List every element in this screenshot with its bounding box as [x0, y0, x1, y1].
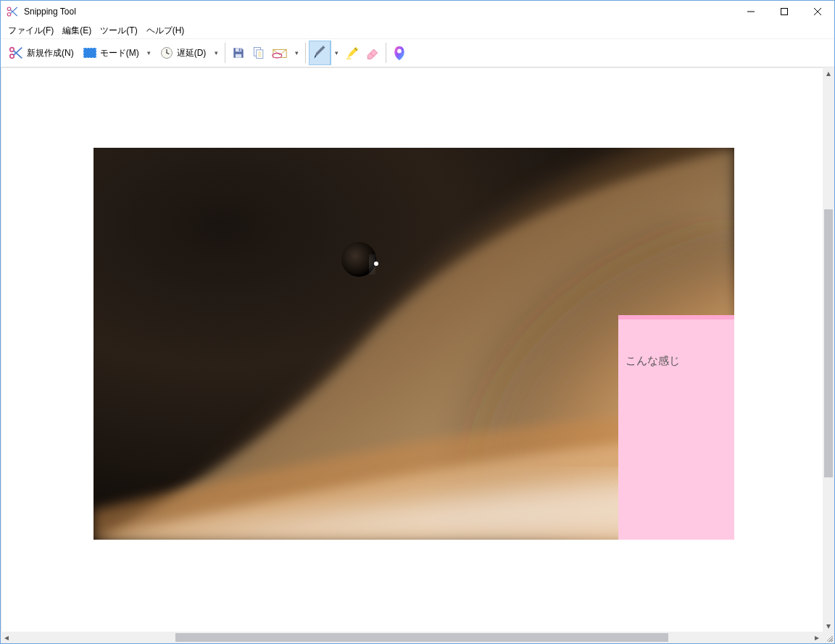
sticky-note-text: こんな感じ — [626, 354, 680, 367]
new-snip-label: 新規作成(N) — [27, 47, 74, 59]
scissors-new-icon — [8, 45, 24, 61]
scroll-left-icon: ◂ — [4, 632, 9, 643]
toolbar-separator — [386, 43, 386, 63]
title-bar: Snipping Tool — [1, 1, 834, 22]
svg-rect-3 — [781, 9, 788, 15]
window-title: Snipping Tool — [24, 7, 76, 17]
delay-dropdown[interactable]: ▾ — [210, 41, 222, 65]
toolbar: 新規作成(N) モード(M) ▾ 遅延(D) ▾ — [1, 38, 834, 67]
scroll-left-button[interactable]: ◂ — [1, 632, 12, 643]
svg-rect-15 — [236, 54, 241, 58]
mail-icon — [272, 46, 288, 59]
horizontal-scroll-track[interactable] — [12, 632, 811, 643]
toolbar-separator — [305, 43, 306, 63]
pen-icon — [312, 46, 327, 60]
scroll-right-button[interactable]: ▸ — [811, 632, 823, 643]
clock-icon — [159, 46, 174, 60]
toolbar-separator — [225, 43, 225, 63]
horizontal-scrollbar[interactable]: ◂ ▸ — [1, 632, 823, 643]
delay-button[interactable]: 遅延(D) — [155, 41, 211, 65]
svg-point-25 — [397, 49, 402, 54]
scroll-up-button[interactable]: ▴ — [823, 67, 834, 79]
highlighter-icon — [345, 46, 360, 60]
scissors-icon — [5, 4, 20, 19]
pen-button[interactable] — [309, 41, 331, 65]
close-button[interactable] — [801, 1, 834, 22]
new-snip-button[interactable]: 新規作成(N) — [4, 41, 78, 65]
captured-image: こんな感じ — [94, 148, 734, 540]
menu-edit[interactable]: 編集(E) — [58, 23, 96, 38]
menu-file[interactable]: ファイル(F) — [4, 23, 58, 38]
vertical-scroll-track[interactable] — [823, 79, 834, 620]
vertical-scrollbar[interactable]: ▴ ▾ — [823, 67, 834, 632]
svg-rect-24 — [346, 58, 352, 60]
svg-rect-8 — [83, 48, 96, 58]
svg-point-29 — [374, 262, 378, 266]
svg-point-13 — [166, 52, 167, 54]
menu-tools[interactable]: ツール(T) — [96, 23, 141, 38]
copy-icon — [252, 46, 266, 60]
vertical-scroll-thumb[interactable] — [824, 209, 833, 477]
menu-bar: ファイル(F) 編集(E) ツール(T) ヘルプ(H) — [1, 22, 834, 38]
menu-help[interactable]: ヘルプ(H) — [142, 23, 189, 38]
horizontal-scroll-thumb[interactable] — [175, 633, 668, 642]
delay-label: 遅延(D) — [177, 47, 207, 59]
resize-grip[interactable] — [823, 632, 834, 643]
scroll-down-icon: ▾ — [826, 621, 831, 631]
copy-button[interactable] — [249, 41, 269, 65]
paint3d-button[interactable] — [389, 41, 410, 65]
scroll-right-icon: ▸ — [815, 632, 819, 643]
app-window: Snipping Tool ファイル(F) 編集(E) ツール(T) ヘルプ(H… — [0, 0, 835, 644]
save-button[interactable] — [228, 41, 249, 65]
paint3d-icon — [392, 45, 407, 61]
pen-dropdown[interactable]: ▾ — [331, 41, 342, 65]
send-snip-dropdown[interactable]: ▾ — [291, 41, 302, 65]
save-icon — [231, 46, 246, 60]
sticky-note: こんな感じ — [618, 315, 734, 540]
send-snip-button[interactable] — [269, 41, 291, 65]
maximize-button[interactable] — [768, 1, 801, 22]
eraser-icon — [365, 46, 380, 60]
svg-rect-16 — [239, 49, 241, 51]
svg-rect-14 — [236, 48, 241, 51]
rectangle-mode-icon — [83, 46, 97, 60]
mode-button[interactable]: モード(M) — [78, 41, 144, 65]
mode-dropdown[interactable]: ▾ — [144, 41, 155, 65]
canvas-viewport[interactable]: こんな感じ — [1, 67, 823, 632]
canvas-area: こんな感じ ▴ ▾ ◂ ▸ — [1, 67, 834, 643]
scroll-up-icon: ▴ — [826, 68, 831, 78]
mode-label: モード(M) — [100, 47, 139, 59]
minimize-button[interactable] — [734, 1, 768, 22]
highlighter-button[interactable] — [342, 41, 362, 65]
eraser-button[interactable] — [362, 41, 383, 65]
scroll-down-button[interactable]: ▾ — [823, 620, 834, 632]
